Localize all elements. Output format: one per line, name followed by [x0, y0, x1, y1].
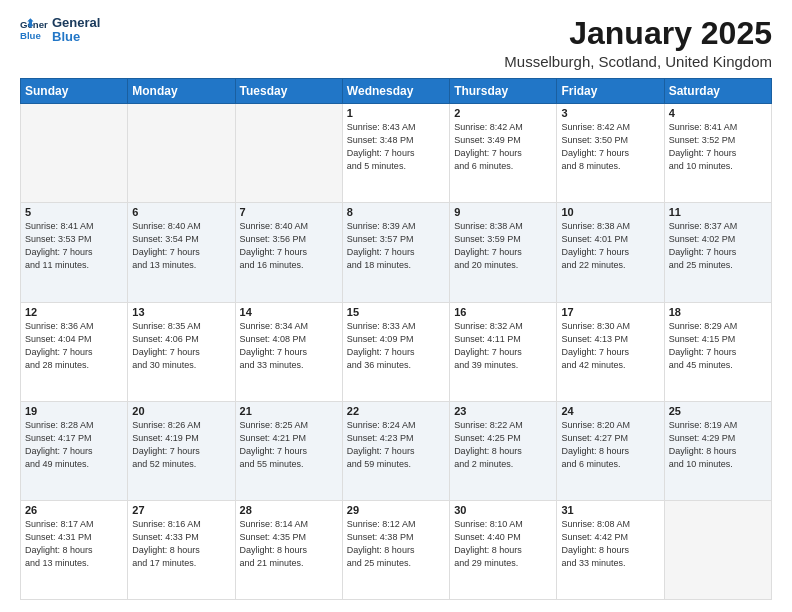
day-number: 13: [132, 306, 230, 318]
calendar-cell-2-4: 16Sunrise: 8:32 AMSunset: 4:11 PMDayligh…: [450, 302, 557, 401]
col-header-friday: Friday: [557, 79, 664, 104]
day-info: Sunrise: 8:10 AMSunset: 4:40 PMDaylight:…: [454, 518, 552, 570]
calendar-cell-4-2: 28Sunrise: 8:14 AMSunset: 4:35 PMDayligh…: [235, 500, 342, 599]
svg-text:Blue: Blue: [20, 30, 41, 41]
day-number: 2: [454, 107, 552, 119]
day-number: 9: [454, 206, 552, 218]
col-header-tuesday: Tuesday: [235, 79, 342, 104]
calendar-cell-3-3: 22Sunrise: 8:24 AMSunset: 4:23 PMDayligh…: [342, 401, 449, 500]
day-number: 1: [347, 107, 445, 119]
logo-icon: General Blue: [20, 16, 48, 44]
calendar-cell-1-0: 5Sunrise: 8:41 AMSunset: 3:53 PMDaylight…: [21, 203, 128, 302]
calendar-cell-3-1: 20Sunrise: 8:26 AMSunset: 4:19 PMDayligh…: [128, 401, 235, 500]
calendar-cell-2-0: 12Sunrise: 8:36 AMSunset: 4:04 PMDayligh…: [21, 302, 128, 401]
col-header-sunday: Sunday: [21, 79, 128, 104]
day-number: 21: [240, 405, 338, 417]
calendar-cell-1-1: 6Sunrise: 8:40 AMSunset: 3:54 PMDaylight…: [128, 203, 235, 302]
day-number: 23: [454, 405, 552, 417]
day-number: 17: [561, 306, 659, 318]
day-number: 18: [669, 306, 767, 318]
day-number: 4: [669, 107, 767, 119]
calendar-cell-4-5: 31Sunrise: 8:08 AMSunset: 4:42 PMDayligh…: [557, 500, 664, 599]
calendar-cell-1-4: 9Sunrise: 8:38 AMSunset: 3:59 PMDaylight…: [450, 203, 557, 302]
day-info: Sunrise: 8:26 AMSunset: 4:19 PMDaylight:…: [132, 419, 230, 471]
day-info: Sunrise: 8:42 AMSunset: 3:50 PMDaylight:…: [561, 121, 659, 173]
day-number: 29: [347, 504, 445, 516]
calendar-cell-0-0: [21, 104, 128, 203]
day-info: Sunrise: 8:14 AMSunset: 4:35 PMDaylight:…: [240, 518, 338, 570]
day-number: 19: [25, 405, 123, 417]
day-number: 16: [454, 306, 552, 318]
calendar-row-2: 12Sunrise: 8:36 AMSunset: 4:04 PMDayligh…: [21, 302, 772, 401]
calendar-cell-2-1: 13Sunrise: 8:35 AMSunset: 4:06 PMDayligh…: [128, 302, 235, 401]
day-info: Sunrise: 8:43 AMSunset: 3:48 PMDaylight:…: [347, 121, 445, 173]
page: General Blue General Blue January 2025 M…: [0, 0, 792, 612]
calendar-cell-3-4: 23Sunrise: 8:22 AMSunset: 4:25 PMDayligh…: [450, 401, 557, 500]
col-header-saturday: Saturday: [664, 79, 771, 104]
day-number: 14: [240, 306, 338, 318]
calendar-cell-0-4: 2Sunrise: 8:42 AMSunset: 3:49 PMDaylight…: [450, 104, 557, 203]
day-number: 28: [240, 504, 338, 516]
calendar-cell-0-2: [235, 104, 342, 203]
calendar-cell-0-5: 3Sunrise: 8:42 AMSunset: 3:50 PMDaylight…: [557, 104, 664, 203]
calendar-cell-4-3: 29Sunrise: 8:12 AMSunset: 4:38 PMDayligh…: [342, 500, 449, 599]
title-block: January 2025 Musselburgh, Scotland, Unit…: [504, 16, 772, 70]
col-header-monday: Monday: [128, 79, 235, 104]
calendar-cell-1-3: 8Sunrise: 8:39 AMSunset: 3:57 PMDaylight…: [342, 203, 449, 302]
day-info: Sunrise: 8:20 AMSunset: 4:27 PMDaylight:…: [561, 419, 659, 471]
day-info: Sunrise: 8:38 AMSunset: 4:01 PMDaylight:…: [561, 220, 659, 272]
day-info: Sunrise: 8:38 AMSunset: 3:59 PMDaylight:…: [454, 220, 552, 272]
calendar-cell-0-1: [128, 104, 235, 203]
logo-general: General: [52, 15, 100, 30]
calendar-row-3: 19Sunrise: 8:28 AMSunset: 4:17 PMDayligh…: [21, 401, 772, 500]
day-number: 10: [561, 206, 659, 218]
day-number: 11: [669, 206, 767, 218]
calendar-cell-4-1: 27Sunrise: 8:16 AMSunset: 4:33 PMDayligh…: [128, 500, 235, 599]
day-info: Sunrise: 8:41 AMSunset: 3:53 PMDaylight:…: [25, 220, 123, 272]
calendar-cell-2-2: 14Sunrise: 8:34 AMSunset: 4:08 PMDayligh…: [235, 302, 342, 401]
day-info: Sunrise: 8:35 AMSunset: 4:06 PMDaylight:…: [132, 320, 230, 372]
calendar-cell-4-0: 26Sunrise: 8:17 AMSunset: 4:31 PMDayligh…: [21, 500, 128, 599]
day-info: Sunrise: 8:12 AMSunset: 4:38 PMDaylight:…: [347, 518, 445, 570]
calendar-row-0: 1Sunrise: 8:43 AMSunset: 3:48 PMDaylight…: [21, 104, 772, 203]
day-number: 26: [25, 504, 123, 516]
day-info: Sunrise: 8:32 AMSunset: 4:11 PMDaylight:…: [454, 320, 552, 372]
day-info: Sunrise: 8:30 AMSunset: 4:13 PMDaylight:…: [561, 320, 659, 372]
day-number: 15: [347, 306, 445, 318]
calendar-cell-2-3: 15Sunrise: 8:33 AMSunset: 4:09 PMDayligh…: [342, 302, 449, 401]
logo-text: General Blue: [52, 16, 100, 45]
calendar-cell-1-6: 11Sunrise: 8:37 AMSunset: 4:02 PMDayligh…: [664, 203, 771, 302]
day-number: 25: [669, 405, 767, 417]
day-info: Sunrise: 8:42 AMSunset: 3:49 PMDaylight:…: [454, 121, 552, 173]
calendar-cell-3-5: 24Sunrise: 8:20 AMSunset: 4:27 PMDayligh…: [557, 401, 664, 500]
calendar-cell-1-2: 7Sunrise: 8:40 AMSunset: 3:56 PMDaylight…: [235, 203, 342, 302]
calendar-header-row: SundayMondayTuesdayWednesdayThursdayFrid…: [21, 79, 772, 104]
day-info: Sunrise: 8:36 AMSunset: 4:04 PMDaylight:…: [25, 320, 123, 372]
day-number: 8: [347, 206, 445, 218]
calendar-table: SundayMondayTuesdayWednesdayThursdayFrid…: [20, 78, 772, 600]
day-number: 30: [454, 504, 552, 516]
day-number: 22: [347, 405, 445, 417]
day-number: 12: [25, 306, 123, 318]
calendar-cell-0-6: 4Sunrise: 8:41 AMSunset: 3:52 PMDaylight…: [664, 104, 771, 203]
logo-blue: Blue: [52, 29, 80, 44]
col-header-thursday: Thursday: [450, 79, 557, 104]
day-info: Sunrise: 8:29 AMSunset: 4:15 PMDaylight:…: [669, 320, 767, 372]
day-info: Sunrise: 8:33 AMSunset: 4:09 PMDaylight:…: [347, 320, 445, 372]
day-number: 31: [561, 504, 659, 516]
location: Musselburgh, Scotland, United Kingdom: [504, 53, 772, 70]
day-info: Sunrise: 8:37 AMSunset: 4:02 PMDaylight:…: [669, 220, 767, 272]
logo: General Blue General Blue: [20, 16, 100, 45]
svg-text:General: General: [20, 20, 48, 31]
day-number: 27: [132, 504, 230, 516]
day-number: 3: [561, 107, 659, 119]
day-number: 6: [132, 206, 230, 218]
calendar-cell-4-4: 30Sunrise: 8:10 AMSunset: 4:40 PMDayligh…: [450, 500, 557, 599]
day-info: Sunrise: 8:39 AMSunset: 3:57 PMDaylight:…: [347, 220, 445, 272]
calendar-cell-3-2: 21Sunrise: 8:25 AMSunset: 4:21 PMDayligh…: [235, 401, 342, 500]
day-number: 24: [561, 405, 659, 417]
col-header-wednesday: Wednesday: [342, 79, 449, 104]
calendar-row-1: 5Sunrise: 8:41 AMSunset: 3:53 PMDaylight…: [21, 203, 772, 302]
day-info: Sunrise: 8:41 AMSunset: 3:52 PMDaylight:…: [669, 121, 767, 173]
day-info: Sunrise: 8:40 AMSunset: 3:54 PMDaylight:…: [132, 220, 230, 272]
